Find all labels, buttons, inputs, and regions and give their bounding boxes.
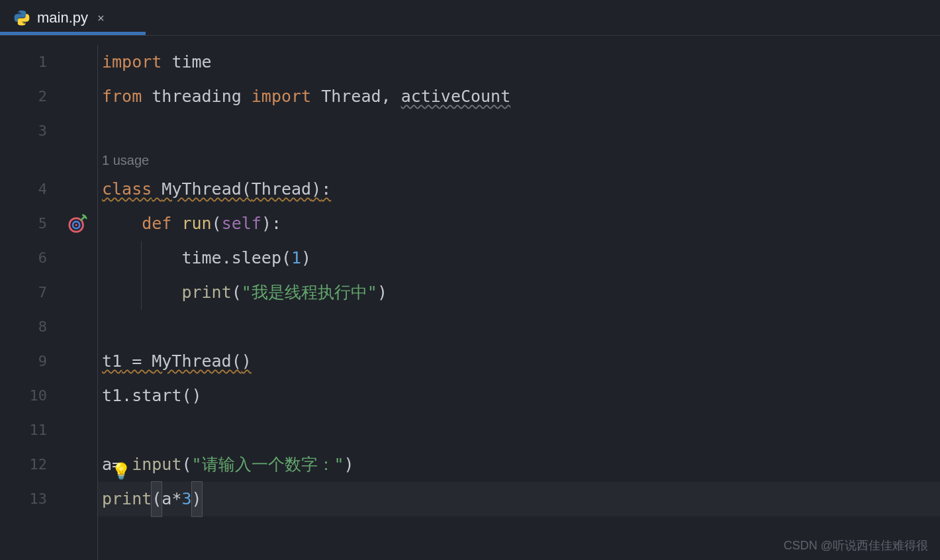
code-line[interactable]: print("我是线程执行中") [98, 275, 940, 310]
line-number[interactable]: 3 [0, 114, 97, 148]
code-line[interactable]: a💡= input("请输入一个数字：") [98, 447, 940, 482]
code-line[interactable] [98, 413, 940, 447]
identifier: Thread [321, 87, 381, 106]
file-tab-main-py[interactable]: main.py × [0, 0, 117, 35]
punct: ( [232, 283, 242, 302]
close-tab-icon[interactable]: × [95, 11, 107, 24]
string: "我是线程执行中" [242, 283, 377, 302]
punct: ) [344, 455, 354, 474]
code-line-current[interactable]: print(a*3) [98, 482, 940, 516]
keyword: import [252, 87, 311, 106]
punct: ) [301, 248, 311, 267]
function-name: run [181, 214, 211, 233]
line-number[interactable]: 8 [0, 310, 97, 344]
punct: ( [242, 179, 252, 199]
identifier: threading [152, 87, 241, 106]
line-number[interactable]: 6 [0, 241, 97, 275]
keyword: class [102, 179, 152, 199]
punct: ) [242, 351, 252, 371]
identifier: a [162, 489, 171, 508]
line-number[interactable]: 13 [0, 482, 97, 516]
keyword: import [102, 52, 162, 71]
code-line[interactable]: import time [98, 45, 940, 79]
line-number[interactable]: 12 [0, 447, 97, 482]
punct: ) [192, 386, 202, 405]
punct: , [381, 87, 391, 106]
punct: ( [181, 455, 191, 474]
line-number[interactable]: 11 [0, 413, 97, 447]
identifier: Thread [252, 179, 311, 199]
method-call: sleep [232, 248, 281, 267]
code-line[interactable] [98, 310, 940, 344]
gutter-spacer [0, 148, 97, 172]
identifier: time [171, 52, 211, 71]
method-call: start [132, 386, 181, 405]
punct: ( [181, 386, 191, 405]
builtin-call: input [132, 455, 181, 474]
code-line[interactable]: from threading import Thread, activeCoun… [98, 79, 940, 114]
code-line[interactable]: time.sleep(1) [98, 241, 940, 275]
watermark: CSDN @听说西佳佳难得很 [784, 537, 928, 553]
punct: . [222, 248, 232, 267]
identifier: t1 [102, 386, 122, 405]
class-name: MyThread [162, 179, 241, 199]
line-number[interactable]: 10 [0, 379, 97, 413]
class-ref: MyThread [152, 351, 231, 371]
line-number[interactable]: 1 [0, 45, 97, 79]
punct: ( [212, 214, 222, 233]
builtin-call: print [181, 283, 231, 302]
number: 1 [291, 248, 301, 267]
identifier: a [102, 455, 112, 474]
code-line[interactable]: t1 = MyThread() [98, 344, 940, 379]
string: "请输入一个数字：" [192, 455, 344, 474]
line-number[interactable]: 7 [0, 275, 97, 310]
svg-point-2 [75, 224, 77, 226]
builtin-call: print [102, 489, 152, 508]
line-number[interactable]: 4 [0, 172, 97, 207]
punct: ) [261, 214, 271, 233]
operator: = [122, 351, 152, 371]
identifier: time [181, 248, 221, 267]
code-area[interactable]: import time from threading import Thread… [98, 45, 940, 560]
code-line[interactable]: def run(self): [98, 207, 940, 241]
python-file-icon [13, 9, 30, 26]
keyword: def [142, 214, 171, 233]
punct: : [271, 214, 281, 233]
punct: ( [232, 351, 242, 371]
run-target-icon[interactable] [67, 213, 88, 234]
active-tab-indicator [0, 32, 146, 35]
identifier-warning: activeCount [401, 87, 511, 106]
punct: . [122, 386, 132, 405]
line-number[interactable]: 2 [0, 79, 97, 114]
keyword: from [102, 87, 142, 106]
parameter: self [222, 214, 261, 233]
punct: ) [377, 283, 387, 302]
space [162, 52, 171, 71]
tab-bar: main.py × [0, 0, 940, 36]
number: 3 [181, 489, 191, 508]
operator: * [171, 489, 181, 508]
identifier: t1 [102, 351, 122, 371]
punct: : [321, 179, 331, 199]
gutter: 1 2 3 4 5 6 7 8 9 10 11 12 13 [0, 45, 98, 560]
punct-matched: ( [151, 481, 162, 517]
code-line[interactable] [98, 114, 940, 148]
punct-matched: ) [191, 481, 203, 517]
punct: ) [311, 179, 321, 199]
code-line[interactable]: class MyThread(Thread): [98, 172, 940, 207]
punct: ( [281, 248, 291, 267]
line-number[interactable]: 5 [0, 207, 97, 241]
editor[interactable]: 1 2 3 4 5 6 7 8 9 10 11 12 13 import tim [0, 36, 940, 560]
tab-filename: main.py [37, 9, 88, 26]
code-line[interactable]: t1.start() [98, 379, 940, 413]
inlay-hint-usages[interactable]: 1 usage [98, 148, 940, 172]
line-number[interactable]: 9 [0, 344, 97, 379]
